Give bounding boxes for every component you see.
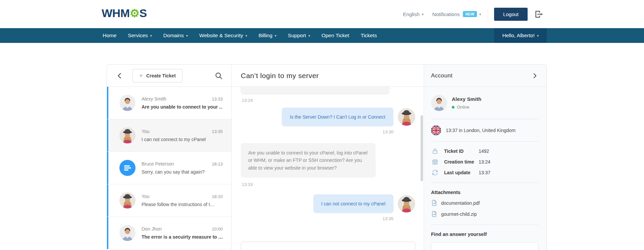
avatar (398, 195, 415, 212)
status-label: Online (457, 105, 470, 110)
message-preview: Are you unable to connect to your … (142, 104, 223, 110)
outgoing-bubble: Is the Server Down? I Can't Log in or Co… (282, 108, 393, 126)
ticket-list-item[interactable]: You18:10 Please follow the instructions … (107, 184, 231, 217)
avatar (431, 95, 447, 111)
ticket-list-item[interactable]: Don Jhon10:00 The error is a secuirty me… (107, 217, 231, 249)
ticket-meta-section: Ticket ID 1492 Creation time 13:24 Last … (431, 142, 538, 183)
meta-value: 13:37 (479, 170, 490, 175)
scrollbar-thumb[interactable] (421, 115, 423, 181)
avatar (119, 127, 136, 143)
refresh-icon (432, 169, 438, 176)
greeting-label: Hello, Alberto! (502, 33, 535, 39)
reply-input[interactable] (241, 242, 415, 250)
ticket-list-item[interactable]: You13:35 I can not connect to my cPanel (107, 119, 231, 152)
faq-title: Find an answer yourself (431, 232, 538, 237)
ticket-list-header: + Create Ticket (107, 65, 231, 87)
local-time-section: 13:37 in London, United Kingdom (431, 119, 538, 142)
message-time: 18:10 (212, 194, 223, 199)
nav-item-website-security[interactable]: Website & Security▾ (199, 28, 247, 43)
logout-exit-icon[interactable] (534, 10, 543, 19)
logo-text-s: S (140, 7, 147, 19)
message-timestamp: 13:24 (242, 98, 424, 103)
message-preview: The error is a secuirty measure to … (142, 234, 223, 240)
nav-item-domains[interactable]: Domains▾ (163, 28, 188, 43)
meta-value: 1492 (479, 148, 489, 154)
support-ticket-card: + Create Ticket Alexy Smith13:33 Are you… (107, 64, 547, 250)
chevron-down-icon: ▾ (275, 34, 276, 38)
account-profile-section: Alexy Smith Online (431, 87, 538, 119)
message-preview: I can not connect to my cPanel (142, 137, 223, 142)
logo-text-whm: WHM (102, 7, 129, 19)
unread-accent-bar (107, 152, 108, 184)
notifications-label: Notifications (432, 11, 460, 17)
attachment-link[interactable]: gourmet-child.zip (431, 211, 538, 217)
ticket-id-row: Ticket ID 1492 (432, 148, 538, 154)
partial-incoming-bubble (241, 87, 389, 93)
nav-item-support[interactable]: Support▾ (288, 28, 310, 43)
unread-accent-bar (107, 119, 108, 151)
unread-accent-bar (107, 87, 108, 119)
nav-item-home[interactable]: Home (103, 28, 116, 43)
topbar: WHM⚙S English ▾ Notifications NEW ▾ Logo… (0, 0, 644, 28)
message-preview: Please follow the instructions of t… (142, 202, 223, 207)
chevron-down-icon: ▾ (479, 12, 481, 16)
creation-time-row: Creation time 13:24 (432, 159, 538, 165)
meta-label: Last update (444, 170, 479, 175)
page: WHM⚙S English ▾ Notifications NEW ▾ Logo… (0, 0, 644, 250)
chat-messages: 13:24 Is the Server Down? I Can't Log in… (232, 87, 424, 250)
new-badge: NEW (463, 11, 477, 17)
whmcs-logo: WHM⚙S (102, 7, 147, 20)
message-timestamp: 13:30 (232, 129, 424, 134)
logout-button[interactable]: Logout (494, 8, 528, 21)
nav-label: Home (103, 33, 116, 39)
online-dot-icon (452, 106, 454, 109)
language-dropdown[interactable]: English ▾ (403, 11, 424, 17)
gear-icon: ⚙ (129, 7, 139, 19)
faq-section: Find an answer yourself (431, 225, 538, 250)
chat-lines-avatar (119, 160, 136, 176)
ticket-item-main: Bruce Peterson16:13 Sorry, can you say t… (142, 161, 223, 175)
sender-name: You (142, 194, 150, 199)
message-time: 16:13 (212, 162, 223, 167)
account-header: Account (424, 65, 546, 87)
nav-item-tickets[interactable]: Tickets (361, 28, 377, 43)
ticket-subject-title: Can’t login to my server (232, 65, 424, 87)
ticket-list-item[interactable]: Alexy Smith13:33 Are you unable to conne… (107, 87, 231, 119)
ticket-items: Alexy Smith13:33 Are you unable to conne… (107, 87, 231, 250)
nav-item-open-ticket[interactable]: Open Ticket (321, 28, 349, 43)
chevron-down-icon: ▾ (150, 34, 152, 38)
create-ticket-button[interactable]: + Create Ticket (132, 69, 182, 82)
incoming-bubble: Are you unable to connect to your cPanel… (241, 143, 376, 178)
avatar (398, 108, 415, 126)
calendar-icon (432, 159, 438, 165)
navbar-inner: Home Services▾ Domains▾ Website & Securi… (103, 28, 547, 43)
nav-item-billing[interactable]: Billing▾ (259, 28, 276, 43)
ticket-item-main: Don Jhon10:00 The error is a secuirty me… (142, 226, 223, 240)
nav-label: Open Ticket (321, 33, 349, 39)
chevron-down-icon: ▾ (246, 34, 247, 38)
chevron-left-icon[interactable] (116, 72, 124, 80)
sender-name: You (142, 129, 150, 134)
lock-icon (432, 148, 438, 154)
sender-name: Bruce Peterson (142, 161, 174, 167)
attachment-link[interactable]: documentation.pdf (431, 200, 538, 206)
user-menu[interactable]: Hello, Alberto!▾ (494, 28, 547, 43)
notifications-dropdown[interactable]: Notifications NEW ▾ (432, 11, 481, 17)
search-icon[interactable] (215, 72, 223, 80)
chevron-down-icon: ▾ (422, 12, 424, 16)
language-label: English (403, 11, 420, 17)
nav-label: Tickets (361, 33, 377, 39)
chevron-right-icon[interactable] (531, 72, 538, 79)
faq-search-input[interactable] (431, 242, 538, 250)
uk-flag-icon (431, 125, 441, 135)
account-title: Account (431, 72, 452, 79)
ticket-item-main: You13:35 I can not connect to my cPanel (142, 129, 223, 142)
avatar (119, 192, 136, 208)
avatar (119, 95, 136, 111)
chat-panel: Can’t login to my server 13:24 Is the Se… (232, 65, 424, 250)
file-icon (431, 211, 437, 217)
nav-item-services[interactable]: Services▾ (128, 28, 152, 43)
ticket-list-item[interactable]: Bruce Peterson16:13 Sorry, can you say t… (107, 152, 231, 184)
meta-value: 13:24 (479, 159, 490, 165)
attachment-filename: gourmet-child.zip (441, 211, 477, 217)
